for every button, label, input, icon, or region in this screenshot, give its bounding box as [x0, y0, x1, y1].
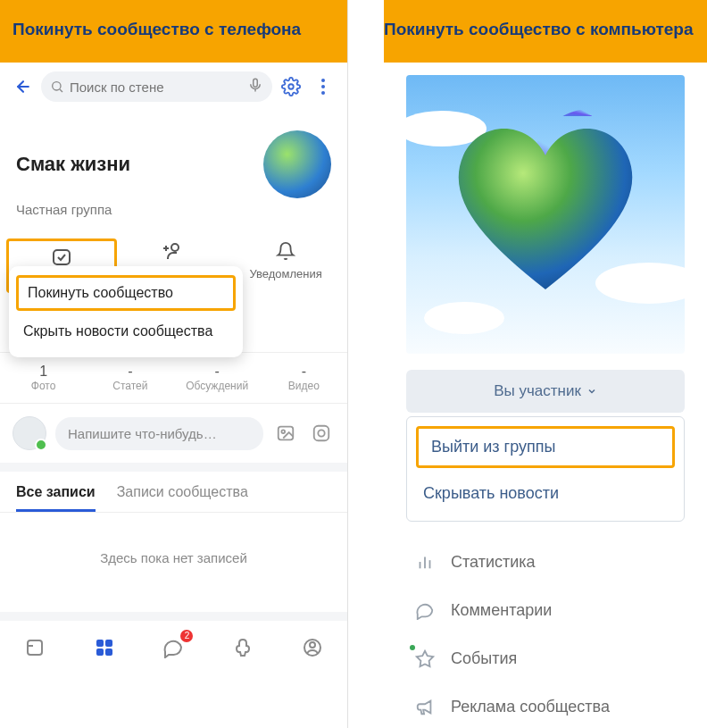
side-events[interactable]: События — [406, 634, 685, 682]
side-stats-label: Статистика — [451, 553, 536, 572]
profile-icon — [302, 637, 323, 658]
group-cover[interactable] — [406, 75, 685, 354]
svg-marker-28 — [417, 651, 433, 666]
topbar — [0, 63, 347, 111]
svg-point-24 — [310, 642, 315, 648]
clips-icon — [232, 637, 254, 658]
instagram-button[interactable] — [308, 420, 335, 447]
stat-video-num: - — [261, 364, 347, 380]
member-dropdown: Покинуть сообщество Скрыть новости сообщ… — [9, 266, 243, 357]
mic-icon[interactable] — [247, 77, 263, 96]
tab-community-posts[interactable]: Записи сообщества — [117, 484, 248, 512]
comment-icon — [413, 598, 437, 622]
svg-point-14 — [281, 430, 285, 433]
dropdown-hide-news[interactable]: Скрыть новости сообщества — [9, 314, 243, 348]
search-icon — [50, 79, 64, 94]
photo-button[interactable] — [272, 420, 299, 447]
stat-photo-label: Фото — [0, 380, 87, 392]
compose-placeholder[interactable]: Напишите что-нибудь… — [55, 417, 263, 450]
instagram-icon — [312, 423, 331, 443]
group-title: Смак жизни — [16, 153, 130, 176]
stats-row: 1Фото -Статей -Обсуждений -Видео — [0, 352, 347, 404]
chevron-down-icon — [586, 386, 597, 397]
banner-right: Покинуть сообщество с компьютера — [384, 0, 707, 63]
news-icon — [24, 637, 46, 658]
svg-point-7 — [321, 85, 325, 88]
search-field[interactable] — [41, 71, 272, 102]
side-comments-label: Комментарии — [451, 601, 552, 620]
desktop-panel: Покинуть сообщество с компьютера Вы учас… — [384, 0, 707, 728]
svg-point-8 — [321, 91, 325, 95]
action-notify-label: Уведомления — [249, 267, 321, 280]
side-menu: Статистика Комментарии События Рекла — [406, 538, 685, 728]
compose-row: Напишите что-нибудь… — [0, 404, 347, 472]
stat-photo-num: 1 — [0, 364, 87, 380]
nav-clips[interactable] — [225, 632, 261, 664]
dropdown-leave[interactable]: Покинуть сообщество — [16, 275, 236, 311]
user-avatar[interactable] — [12, 416, 46, 450]
megaphone-icon — [413, 695, 437, 718]
svg-rect-15 — [314, 426, 329, 441]
member-button-label: Вы участник — [494, 382, 581, 400]
svg-rect-3 — [254, 79, 258, 87]
group-header: Смак жизни — [0, 111, 347, 202]
more-button[interactable] — [310, 73, 337, 100]
bell-icon — [273, 238, 298, 264]
image-icon — [276, 423, 295, 443]
group-subtitle: Частная группа — [0, 202, 347, 233]
kebab-icon — [320, 78, 326, 96]
search-input[interactable] — [70, 79, 242, 95]
stat-video[interactable]: -Видео — [261, 353, 347, 403]
empty-state: Здесь пока нет записей — [0, 513, 347, 621]
tab-all-posts[interactable]: Все записи — [16, 484, 96, 512]
back-button[interactable] — [11, 74, 36, 99]
side-stats[interactable]: Статистика — [406, 538, 685, 586]
action-notify[interactable]: Уведомления — [230, 238, 341, 293]
member-button[interactable]: Вы участник — [406, 370, 685, 413]
svg-point-10 — [171, 244, 179, 251]
banner-left: Покинуть сообщество с телефона — [0, 0, 347, 63]
stat-photo[interactable]: 1Фото — [0, 353, 87, 403]
member-dropdown-desktop: Выйти из группы Скрывать новости — [406, 416, 685, 522]
stat-discussions[interactable]: -Обсуждений — [174, 353, 261, 403]
stat-discussions-label: Обсуждений — [174, 380, 261, 392]
nav-profile[interactable] — [295, 632, 330, 664]
stat-discussions-num: - — [174, 364, 261, 380]
svg-point-16 — [318, 430, 324, 436]
dropdown-leave-desktop[interactable]: Выйти из группы — [416, 426, 675, 468]
svg-rect-19 — [96, 640, 104, 647]
gear-icon — [281, 77, 301, 96]
svg-rect-20 — [105, 640, 112, 647]
svg-rect-22 — [105, 649, 112, 656]
nav-news[interactable] — [17, 632, 53, 664]
side-comments[interactable]: Комментарии — [406, 586, 685, 634]
add-user-icon — [161, 238, 186, 264]
bottom-nav: 2 — [0, 621, 347, 678]
svg-point-5 — [288, 84, 294, 89]
svg-line-2 — [60, 89, 62, 92]
mobile-panel: Покинуть сообщество с телефона Смак жизн… — [0, 0, 348, 728]
dropdown-hide-news-desktop[interactable]: Скрывать новости — [407, 473, 684, 514]
grid-icon — [94, 637, 115, 658]
svg-point-1 — [53, 82, 61, 90]
nav-services[interactable] — [87, 632, 122, 664]
wall-tabs: Все записи Записи сообщества — [0, 472, 347, 513]
svg-rect-21 — [96, 649, 104, 656]
star-icon — [413, 647, 437, 670]
bars-icon — [413, 550, 437, 573]
group-avatar[interactable] — [263, 130, 331, 198]
side-ads[interactable]: Реклама сообщества — [406, 682, 685, 728]
side-ads-label: Реклама сообщества — [451, 698, 610, 716]
svg-point-6 — [321, 79, 325, 82]
arrow-left-icon — [14, 78, 32, 96]
settings-button[interactable] — [278, 73, 304, 100]
svg-rect-17 — [28, 640, 42, 655]
side-events-label: События — [451, 649, 517, 668]
stat-video-label: Видео — [261, 380, 347, 392]
svg-rect-9 — [54, 250, 70, 264]
nav-messages[interactable]: 2 — [155, 632, 191, 664]
nav-messages-badge: 2 — [180, 630, 193, 642]
stat-articles-label: Статей — [87, 380, 173, 392]
stat-articles[interactable]: -Статей — [87, 353, 173, 403]
stat-articles-num: - — [87, 364, 173, 380]
